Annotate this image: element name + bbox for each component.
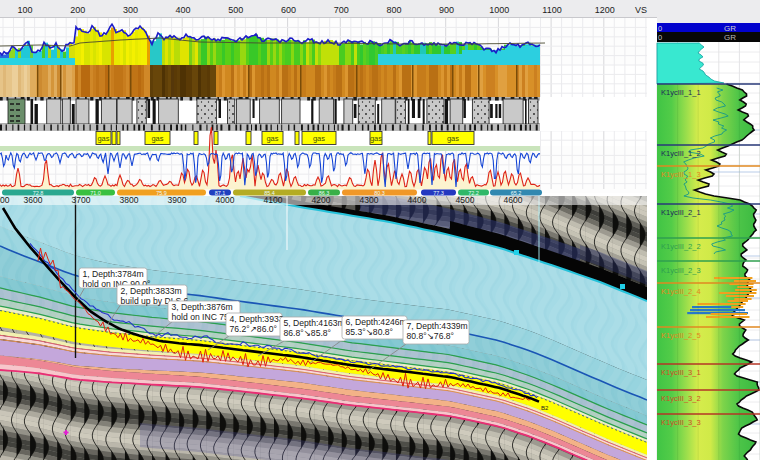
svg-text:GR: GR (724, 33, 736, 42)
svg-text:500: 500 (228, 5, 243, 15)
svg-text:3900: 3900 (168, 195, 187, 205)
svg-text:00: 00 (0, 195, 10, 205)
svg-text:71.0: 71.0 (90, 190, 101, 196)
svg-text:85.3°↘80.8°: 85.3°↘80.8° (346, 327, 394, 337)
svg-text:85.4: 85.4 (264, 190, 275, 196)
svg-text:gas: gas (151, 134, 163, 143)
svg-text:77.3: 77.3 (433, 190, 444, 196)
svg-text:GR: GR (724, 24, 736, 33)
svg-text:4000: 4000 (216, 195, 235, 205)
svg-text:4600: 4600 (504, 195, 523, 205)
svg-text:K1ycIII_1_3: K1ycIII_1_3 (661, 170, 701, 179)
svg-text:4400: 4400 (408, 195, 427, 205)
svg-text:86.8°↘85.8°: 86.8°↘85.8° (284, 328, 332, 338)
svg-text:K1ycIII_2_2: K1ycIII_2_2 (661, 242, 701, 251)
svg-text:K1ycIII_2_4: K1ycIII_2_4 (661, 287, 701, 296)
svg-text:4500: 4500 (456, 195, 475, 205)
svg-text:gas: gas (313, 134, 325, 143)
svg-text:600: 600 (281, 5, 296, 15)
svg-text:K1ycIII_1_1: K1ycIII_1_1 (661, 88, 701, 97)
svg-text:4200: 4200 (312, 195, 331, 205)
svg-text:3600: 3600 (24, 195, 43, 205)
svg-text:VS: VS (635, 5, 647, 15)
svg-text:K1ycIII_3_3: K1ycIII_3_3 (661, 418, 701, 427)
svg-text:1000: 1000 (489, 5, 509, 15)
svg-text:6, Depth:4246m: 6, Depth:4246m (346, 317, 407, 327)
svg-text:87.1: 87.1 (215, 190, 226, 196)
svg-text:4300: 4300 (360, 195, 379, 205)
svg-text:0: 0 (658, 33, 662, 42)
svg-text:K1ycIII_2_5: K1ycIII_2_5 (661, 331, 701, 340)
svg-text:hold on INC 75°: hold on INC 75° (172, 312, 233, 322)
svg-text:0: 0 (658, 24, 662, 33)
svg-text:gas: gas (97, 134, 109, 143)
svg-text:5, Depth:4163m: 5, Depth:4163m (284, 318, 345, 328)
svg-text:4100: 4100 (264, 195, 283, 205)
svg-text:1, Depth:3784m: 1, Depth:3784m (83, 269, 144, 279)
svg-text:700: 700 (334, 5, 349, 15)
svg-text:80.8°↘76.8°: 80.8°↘76.8° (407, 331, 455, 341)
svg-text:65.2: 65.2 (511, 190, 522, 196)
svg-text:gas: gas (266, 134, 278, 143)
svg-text:72.2: 72.2 (468, 190, 479, 196)
svg-text:B2: B2 (541, 405, 549, 411)
svg-text:gas: gas (370, 134, 382, 143)
svg-text:1100: 1100 (542, 5, 561, 15)
svg-text:100: 100 (17, 5, 32, 15)
svg-text:K1ycIII_3_1: K1ycIII_3_1 (661, 368, 701, 377)
svg-text:3700: 3700 (72, 195, 91, 205)
svg-text:K1ycIII_2_1: K1ycIII_2_1 (661, 208, 701, 217)
svg-text:2, Depth:3833m: 2, Depth:3833m (121, 286, 182, 296)
svg-text:gas: gas (447, 134, 459, 143)
svg-text:800: 800 (386, 5, 401, 15)
svg-text:900: 900 (439, 5, 454, 15)
svg-text:75.9: 75.9 (156, 190, 167, 196)
svg-text:80.3: 80.3 (374, 190, 385, 196)
svg-text:7, Depth:4339m: 7, Depth:4339m (407, 321, 468, 331)
svg-text:K1ycIII_1_2: K1ycIII_1_2 (661, 149, 701, 158)
svg-text:1200: 1200 (595, 5, 615, 15)
svg-text:K1ycIII_3_2: K1ycIII_3_2 (661, 394, 701, 403)
svg-text:86.3: 86.3 (319, 190, 330, 196)
svg-text:76.2°↗86.0°: 76.2°↗86.0° (230, 324, 278, 334)
svg-text:3800: 3800 (120, 195, 139, 205)
svg-text:400: 400 (176, 5, 191, 15)
svg-text:300: 300 (123, 5, 138, 15)
svg-text:K1ycIII_2_3: K1ycIII_2_3 (661, 266, 701, 275)
svg-text:72.8: 72.8 (33, 190, 44, 196)
svg-text:200: 200 (70, 5, 85, 15)
svg-text:3, Depth:3876m: 3, Depth:3876m (172, 302, 233, 312)
